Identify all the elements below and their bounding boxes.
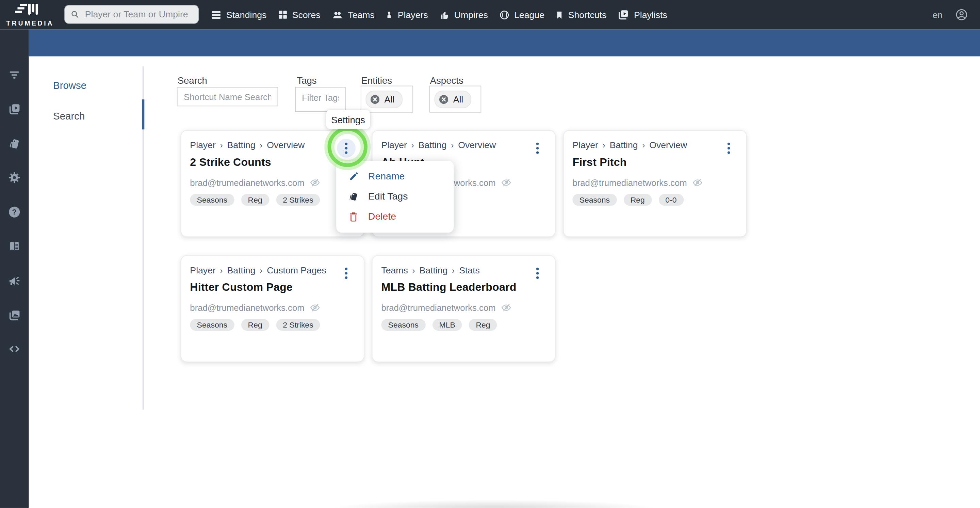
filter-aspects-box[interactable]: All (430, 86, 481, 113)
chip-label: All (385, 94, 395, 104)
nav-item-teams[interactable]: Teams (331, 9, 375, 21)
card-tags: Seasons Reg 2 Strikes (190, 319, 355, 331)
top-nav: Standings Scores Teams Pl (211, 0, 667, 29)
teams-people-icon (331, 9, 344, 21)
search-icon (71, 10, 80, 19)
menu-item-rename[interactable]: Rename (336, 167, 453, 186)
hidden-eye-off-icon (309, 302, 321, 313)
card-settings-button[interactable] (337, 139, 356, 158)
entities-all-chip[interactable]: All (366, 90, 402, 108)
nav-item-players[interactable]: Players (385, 9, 428, 21)
player-person-icon (385, 9, 393, 21)
menu-item-edit-tags[interactable]: Edit Tags (336, 186, 453, 206)
card-title: 2 Strike Counts (190, 156, 355, 169)
filter-tags-input[interactable] (301, 92, 340, 103)
filter-icon[interactable] (8, 67, 21, 81)
sidenav-item-search[interactable]: Search (53, 111, 85, 122)
left-rail: ? (0, 29, 29, 508)
app-window: TRUMEDIA Standings Scores (0, 0, 980, 508)
breadcrumb: Player› Batting› Overview (381, 140, 546, 150)
standings-icon (211, 9, 222, 21)
tag-pill: Reg (241, 194, 269, 205)
nav-item-league[interactable]: League (498, 9, 544, 21)
nav-label: Scores (292, 10, 321, 19)
global-search-input[interactable] (84, 9, 192, 20)
nav-item-scores[interactable]: Scores (277, 10, 321, 20)
shortcut-name-search-input[interactable] (182, 91, 272, 102)
filter-aspects-label: Aspects (430, 75, 463, 86)
filter-tags-box[interactable] (295, 87, 346, 111)
nav-label: Playlists (634, 10, 667, 19)
nav-item-playlists[interactable]: Playlists (617, 8, 667, 21)
menu-item-delete[interactable]: Delete (336, 206, 453, 226)
settings-tooltip: Settings (326, 110, 370, 129)
breadcrumb: Player› Batting› Overview (190, 140, 355, 150)
card-context-menu: Rename Edit Tags Delete (336, 161, 453, 233)
hidden-eye-off-icon (501, 177, 512, 188)
card-tags: Seasons Reg 2 Strikes (190, 194, 355, 205)
tag-pill: 2 Strikes (276, 319, 320, 331)
nav-item-shortcuts[interactable]: Shortcuts (555, 9, 606, 21)
filter-search-label: Search (178, 75, 207, 86)
tag-pill: Seasons (572, 194, 617, 205)
card-owner: brad@trumedianetworks.com (381, 302, 546, 313)
trash-icon (348, 211, 359, 221)
nav-label: Umpires (454, 10, 488, 19)
top-bar: TRUMEDIA Standings Scores (0, 0, 980, 29)
glossary-book-icon[interactable] (8, 239, 21, 253)
tag-pill: Seasons (381, 319, 425, 331)
nav-label: Teams (348, 10, 374, 19)
nav-label: Standings (226, 10, 266, 19)
pencil-icon (348, 171, 359, 182)
nav-label: Shortcuts (568, 10, 606, 19)
media-gallery-icon[interactable] (8, 309, 21, 322)
tag-pill: MLB (432, 319, 462, 331)
shortcut-card-hitter-custom-page[interactable]: Player› Batting› Custom Pages Hitter Cus… (181, 255, 364, 362)
remove-x-circle-icon[interactable] (369, 94, 381, 105)
sidenav-active-indicator (142, 99, 144, 129)
card-settings-button[interactable] (528, 139, 547, 158)
filter-entities-box[interactable]: All (361, 86, 413, 113)
shortcut-card-mlb-batting-leaderboard[interactable]: Teams› Batting› Stats MLB Batting Leader… (372, 255, 556, 362)
hidden-eye-off-icon (501, 302, 512, 313)
trumedia-logo-icon (14, 3, 46, 19)
remove-x-circle-icon[interactable] (438, 94, 450, 105)
sidenav-item-browse[interactable]: Browse (53, 80, 86, 91)
card-settings-button[interactable] (337, 264, 356, 283)
aspects-all-chip[interactable]: All (434, 90, 472, 108)
svg-text:?: ? (12, 207, 17, 216)
scores-grid-icon (277, 10, 288, 20)
tags-icon[interactable] (8, 137, 21, 150)
announcements-megaphone-icon[interactable] (8, 274, 21, 287)
playlists-icon[interactable] (8, 102, 21, 116)
card-tags: Seasons Reg 0-0 (572, 194, 737, 205)
breadcrumb: Player› Batting› Custom Pages (190, 265, 355, 275)
shortcut-card-first-pitch[interactable]: Player› Batting› Overview First Pitch br… (563, 130, 747, 237)
language-selector[interactable]: en (932, 0, 943, 29)
bookmark-icon (555, 9, 564, 21)
umpire-hand-icon (439, 9, 450, 21)
tag-pill: Reg (624, 194, 652, 205)
breadcrumb: Player› Batting› Overview (572, 140, 737, 150)
help-icon[interactable]: ? (8, 205, 21, 218)
trumedia-logo[interactable]: TRUMEDIA (0, 0, 60, 29)
settings-gear-icon[interactable] (8, 170, 21, 184)
card-title: First Pitch (572, 156, 737, 169)
filter-entities-label: Entities (361, 75, 392, 86)
account-icon[interactable] (955, 8, 969, 21)
nav-item-standings[interactable]: Standings (211, 9, 266, 21)
code-icon[interactable] (8, 342, 21, 356)
sub-header-bar (29, 29, 980, 56)
baseball-icon (498, 9, 510, 21)
global-search[interactable] (64, 5, 199, 24)
nav-item-umpires[interactable]: Umpires (439, 9, 488, 21)
card-owner: brad@trumedianetworks.com (190, 177, 355, 188)
card-settings-button[interactable] (719, 139, 738, 158)
breadcrumb: Teams› Batting› Stats (381, 265, 546, 275)
tag-icon (348, 191, 359, 202)
filter-search-box[interactable] (177, 87, 278, 106)
card-tags: Seasons MLB Reg (381, 319, 546, 331)
card-settings-button[interactable] (528, 264, 547, 283)
bottom-edge-shadow (285, 500, 703, 508)
hidden-eye-off-icon (692, 177, 703, 188)
